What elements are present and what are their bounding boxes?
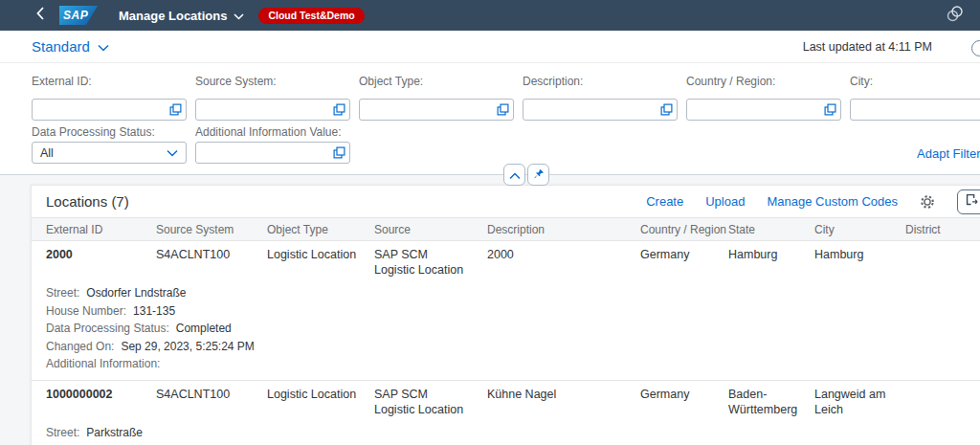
chevron-down-icon <box>167 149 178 157</box>
detail-value: Completed <box>176 322 232 335</box>
cell-country-region: Germany <box>626 247 714 278</box>
cell-external-id: 1000000002 <box>32 387 142 417</box>
system-badge: Cloud Test&Demo <box>258 8 364 24</box>
value-help-icon[interactable] <box>333 103 345 116</box>
filter-label: City: <box>850 75 873 88</box>
detail-label: Street: <box>46 286 79 300</box>
copilot-button[interactable] <box>945 4 965 28</box>
table-title: Locations (7) <box>46 193 129 210</box>
app-title: Manage Locations <box>119 9 227 23</box>
settings-button[interactable] <box>920 194 935 210</box>
cell-source: SAP SCM Logistic Location <box>360 247 473 278</box>
app-title-menu[interactable]: Manage Locations <box>119 9 244 23</box>
shell-bar: SAP Manage Locations Cloud Test&Demo <box>0 0 980 31</box>
filter-label: Source System: <box>195 75 277 88</box>
data-processing-status-select[interactable]: All <box>32 142 187 164</box>
upload-button[interactable]: Upload <box>705 194 745 209</box>
back-button[interactable] <box>36 7 44 24</box>
filter-label: Country / Region: <box>686 75 775 88</box>
column-header[interactable]: Source System <box>142 223 253 236</box>
value-help-icon[interactable] <box>824 103 836 116</box>
value-help-icon[interactable] <box>333 146 345 159</box>
detail-value: Osdorfer Lndstraße <box>86 286 186 300</box>
cell-source: SAP SCM Logistic Location <box>360 387 473 417</box>
create-button[interactable]: Create <box>646 194 683 209</box>
source-system-input[interactable] <box>195 99 350 121</box>
table-toolbar: Locations (7) Create Upload Manage Custo… <box>32 186 980 217</box>
filter-label: External ID: <box>32 75 92 88</box>
cell-district <box>891 247 980 278</box>
country-region-input[interactable] <box>686 99 841 121</box>
chevron-down-icon <box>234 9 244 23</box>
detail-label: Street: <box>46 426 79 439</box>
pin-filter-button[interactable] <box>527 164 549 186</box>
value-help-icon[interactable] <box>660 103 673 116</box>
table-row[interactable]: 2000 S4ACLNT100 Logistic Location SAP SC… <box>32 241 980 377</box>
cell-city: Hamburg <box>800 247 891 278</box>
row-details: Street:Osdorfer Lndstraße House Number:1… <box>32 278 980 377</box>
additional-information-value-input[interactable] <box>195 142 350 164</box>
table-row[interactable]: 1000000002 S4ACLNT100 Logistic Location … <box>32 381 980 445</box>
variant-name: Standard <box>32 38 90 55</box>
column-header[interactable]: Object Type <box>253 223 360 236</box>
manage-custom-codes-button[interactable]: Manage Custom Codes <box>767 194 898 209</box>
filter-label: Description: <box>523 75 583 88</box>
cell-state: Hamburg <box>714 247 800 278</box>
sap-logo[interactable]: SAP <box>59 6 98 25</box>
cell-object-type: Logistic Location <box>253 247 360 278</box>
gear-icon <box>920 196 935 212</box>
column-header[interactable]: State <box>714 223 800 236</box>
variant-bar: Standard Last updated at 4:11 PM <box>0 31 980 63</box>
table-header-row: External ID Source System Object Type So… <box>32 217 980 241</box>
column-header[interactable]: Country / Region <box>626 223 714 236</box>
object-type-input[interactable] <box>359 99 514 121</box>
detail-value: 131-135 <box>133 304 175 318</box>
value-help-icon[interactable] <box>169 103 182 116</box>
filter-bar: External ID: Source System: Object Type:… <box>0 63 980 175</box>
city-input[interactable] <box>850 99 980 121</box>
cell-description: Kühne Nagel <box>473 387 626 417</box>
cell-city: Langweid am Leich <box>800 387 891 417</box>
column-header[interactable]: External ID <box>32 223 142 236</box>
chevron-up-icon <box>509 167 521 184</box>
column-header[interactable]: Source <box>360 223 473 236</box>
cell-description: 2000 <box>473 247 626 278</box>
external-id-input[interactable] <box>32 99 187 121</box>
cell-state: Baden-Württemberg <box>714 387 800 417</box>
cell-country-region: Germany <box>626 387 714 417</box>
variant-selector[interactable]: Standard <box>32 38 109 55</box>
description-input[interactable] <box>523 99 678 121</box>
cell-source-system: S4ACLNT100 <box>142 247 253 278</box>
detail-value: Parkstraße <box>86 426 143 439</box>
cell-external-id: 2000 <box>32 247 142 278</box>
detail-label: Data Processing Status: <box>46 322 169 335</box>
cell-district <box>891 387 980 417</box>
detail-label: House Number: <box>46 304 126 318</box>
filter-label: Data Processing Status: <box>32 125 155 139</box>
row-details: Street:Parkstraße House Number:39 Data P… <box>32 417 980 445</box>
value-help-icon[interactable] <box>497 103 509 116</box>
export-spreadsheet-icon <box>965 192 979 211</box>
detail-value: Sep 29, 2023, 5:25:24 PM <box>121 340 254 353</box>
pin-icon <box>533 167 545 184</box>
column-header[interactable]: City <box>800 223 891 236</box>
last-updated-text: Last updated at 4:11 PM <box>803 40 932 54</box>
chevron-left-icon <box>36 7 44 24</box>
copilot-icon <box>945 4 965 28</box>
detail-label: Changed On: <box>46 340 114 353</box>
export-button[interactable] <box>957 189 980 214</box>
detail-label: Additional Information: <box>46 357 160 370</box>
filter-label: Additional Information Value: <box>195 125 342 139</box>
refresh-icon[interactable] <box>971 40 980 56</box>
selected-value: All <box>40 146 54 160</box>
filter-bar-controls <box>503 164 549 186</box>
adapt-filters-link[interactable]: Adapt Filters <box>917 146 980 161</box>
cell-object-type: Logistic Location <box>253 387 360 417</box>
filter-label: Object Type: <box>359 75 423 88</box>
collapse-filter-button[interactable] <box>503 164 525 186</box>
cell-source-system: S4ACLNT100 <box>142 387 253 417</box>
column-header[interactable]: District <box>891 223 980 236</box>
locations-table-card: Locations (7) Create Upload Manage Custo… <box>31 185 980 445</box>
column-header[interactable]: Description <box>473 223 626 236</box>
chevron-down-icon <box>98 38 109 55</box>
